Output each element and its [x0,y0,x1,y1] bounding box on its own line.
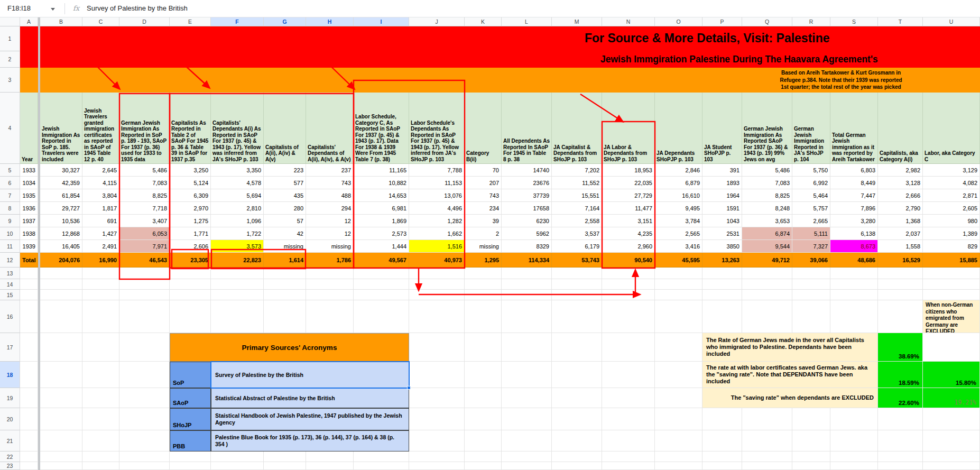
row-header-16[interactable]: 16 [0,300,20,333]
cell-Q8[interactable]: 8,248 [742,202,792,215]
cell-Q13[interactable] [742,268,792,279]
cell-L20[interactable] [502,408,552,430]
cell-J21[interactable] [409,430,465,451]
column-header-U[interactable]: U [923,17,980,26]
cell-M15[interactable] [552,290,602,300]
cell-N21[interactable] [602,430,655,451]
cell-O16[interactable] [655,300,702,333]
cell-O22[interactable] [655,451,702,462]
cell-J18[interactable] [409,362,465,388]
cell-B8[interactable]: 29,727 [40,202,82,215]
cell-K21[interactable] [465,430,502,451]
banner-row1[interactable]: For Source & More Details, Visit: Palest… [20,26,980,51]
cell-K18[interactable] [465,362,502,388]
cell-C23[interactable] [82,462,119,470]
cell-L19[interactable] [502,388,552,408]
cell-B5[interactable]: 30,327 [40,164,82,177]
header-cell-S[interactable]: Total German Jewish immigration as it wa… [830,93,878,164]
cell-J11[interactable]: 1,516 [409,240,465,253]
header-cell-H[interactable]: Capitalists' Dependants of A(ii), A(iv),… [306,93,354,164]
cell-J9[interactable]: 1,282 [409,215,465,227]
header-cell-P[interactable]: JA Student SHoPJP p. 103 [702,93,742,164]
cell-S5[interactable]: 6,803 [830,164,878,177]
column-header-P[interactable]: P [702,17,742,26]
row-header-11[interactable]: 11 [0,240,20,253]
cell-O23[interactable] [655,462,702,470]
cell-H22[interactable] [306,451,354,462]
cell-C21[interactable] [82,430,119,451]
cell-I22[interactable] [354,451,409,462]
cell-L9[interactable]: 6230 [502,215,552,227]
cell-I11[interactable]: 1,444 [354,240,409,253]
acronym-key-SHoJP[interactable]: SHoJP [170,408,211,430]
acronym-desc-SAoP[interactable]: Statistical Abstract of Palestine by the… [211,388,409,408]
cell-L16[interactable] [502,300,552,333]
cell-I5[interactable]: 11,165 [354,164,409,177]
cell-U23[interactable] [923,462,980,470]
cell-B6[interactable]: 42,359 [40,177,82,189]
cell-R6[interactable]: 6,992 [792,177,830,189]
cell-D17[interactable] [119,333,170,362]
cell-K7[interactable]: 743 [465,189,502,202]
cell-S13[interactable] [830,268,878,279]
cell-E13[interactable] [170,268,211,279]
cell-H9[interactable]: 12 [306,215,354,227]
cell-O10[interactable]: 2,565 [655,227,702,240]
cell-P15[interactable] [702,290,742,300]
total-cell-E[interactable]: 23,305 [170,253,211,268]
row-header-7[interactable]: 7 [0,189,20,202]
cell-B15[interactable] [40,290,82,300]
cell-A20[interactable] [20,408,38,430]
cell-C13[interactable] [82,268,119,279]
cell-L5[interactable]: 14740 [502,164,552,177]
cell-B7[interactable]: 61,854 [40,189,82,202]
row-header-6[interactable]: 6 [0,177,20,189]
cell-T15[interactable] [878,290,923,300]
cell-I13[interactable] [354,268,409,279]
cell-G23[interactable] [264,462,306,470]
column-header-A[interactable]: A [20,17,38,26]
cell-Q5[interactable]: 5,486 [742,164,792,177]
cell-S21[interactable] [830,430,878,451]
total-cell-A[interactable]: Total [20,253,38,268]
cell-G10[interactable]: 42 [264,227,306,240]
cell-F14[interactable] [211,279,264,290]
header-cell-O[interactable]: JA Dependants SHoPJP p. 103 [655,93,702,164]
total-cell-I[interactable]: 49,567 [354,253,409,268]
rate-value-t-18[interactable]: 18.59% [878,362,923,388]
cell-M6[interactable]: 11,552 [552,177,602,189]
total-cell-D[interactable]: 46,543 [119,253,170,268]
cell-J23[interactable] [409,462,465,470]
total-cell-J[interactable]: 40,973 [409,253,465,268]
cell-D13[interactable] [119,268,170,279]
total-cell-C[interactable]: 16,990 [82,253,119,268]
cell-D16[interactable] [119,300,170,333]
cell-A10[interactable]: 1938 [20,227,38,240]
cell-N19[interactable] [602,388,655,408]
cell-C6[interactable]: 4,115 [82,177,119,189]
cell-P20[interactable] [702,408,742,430]
cell-C20[interactable] [82,408,119,430]
header-cell-U[interactable]: Labor, aka Category C [923,93,980,164]
cell-G9[interactable]: 57 [264,215,306,227]
cell-G6[interactable]: 577 [264,177,306,189]
total-cell-K[interactable]: 1,295 [465,253,502,268]
cell-M17[interactable] [552,333,602,362]
cell-I16[interactable] [354,300,409,333]
cell-P16[interactable] [702,300,742,333]
cell-R22[interactable] [792,451,830,462]
cell-G15[interactable] [264,290,306,300]
cell-E11[interactable]: 2,606 [170,240,211,253]
cell-M22[interactable] [552,451,602,462]
cell-C11[interactable]: 2,491 [82,240,119,253]
cell-O5[interactable]: 2,846 [655,164,702,177]
cell-P11[interactable]: 3850 [702,240,742,253]
column-header-K[interactable]: K [465,17,502,26]
cell-Q6[interactable]: 7,083 [742,177,792,189]
total-cell-O[interactable]: 45,595 [655,253,702,268]
rate-note-17[interactable]: The Rate of German Jews made in the over… [702,333,878,362]
cell-B21[interactable] [40,430,82,451]
cell-M10[interactable]: 3,537 [552,227,602,240]
cell-F8[interactable]: 2,810 [211,202,264,215]
cell-E23[interactable] [170,462,211,470]
